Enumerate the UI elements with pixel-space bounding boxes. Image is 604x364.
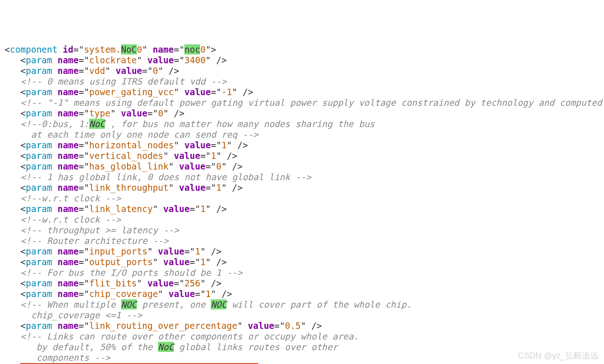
- line-comment: <!--0:bus, 1:NoC , for bus no matter how…: [5, 119, 375, 129]
- highlight-noc: NoC: [89, 119, 105, 129]
- line-param-hnodes: <param name="horizontal_nodes" value="1"…: [5, 140, 248, 150]
- line-comment: <!-- For bus the I/O ports should be 1 -…: [5, 267, 243, 278]
- line-param-flit: <param name="flit_bits" value="256" />: [5, 278, 221, 288]
- line-component-open: <component id="system.NoC0" name="noc0">: [5, 44, 216, 55]
- line-param-lthr: <param name="link_throughput" value="1" …: [5, 182, 243, 193]
- highlight-noc: NOC: [211, 299, 226, 309]
- highlight-noc: NoC: [158, 342, 174, 352]
- highlight-noc: noc: [184, 44, 200, 55]
- line-param-hglink: <param name="has_global_link" value="0" …: [5, 161, 243, 171]
- line-param-llat: <param name="link_latency" value="1" />: [5, 204, 227, 214]
- line-comment: chip_coverage <=1 -->: [5, 310, 142, 320]
- line-comment: <!-- throughput >= latency -->: [5, 225, 179, 235]
- line-comment: at each time only one node can send req …: [5, 129, 258, 140]
- highlight-noc: NOC: [121, 299, 137, 309]
- line-param-iports: <param name="input_ports" value="1" />: [5, 246, 221, 256]
- line-comment: <!-- When multiple NOC present, one NOC …: [5, 299, 412, 309]
- line-comment: <!-- "-1" means using default power gati…: [5, 97, 604, 108]
- line-comment: <!-- Links can route over other componen…: [5, 331, 359, 341]
- line-param-pgvcc: <param name="power_gating_vcc" value="-1…: [5, 87, 253, 97]
- line-comment: <!--w.r.t clock -->: [5, 193, 121, 203]
- line-comment: components -->: [5, 352, 110, 363]
- line-param-ccov: <param name="chip_coverage" value="1" />: [5, 289, 232, 299]
- code-block: <component id="system.NoC0" name="noc0">…: [5, 44, 599, 364]
- line-comment: by default, 50% of the NoC global links …: [5, 342, 338, 352]
- line-param-oports: <param name="output_ports" value="1" />: [5, 257, 227, 267]
- line-param-clockrate: <param name="clockrate" value="3400" />: [5, 55, 227, 65]
- line-param-type: <param name="type" value="0" />: [5, 108, 184, 118]
- line-param-vnodes: <param name="vertical_nodes" value="1" /…: [5, 151, 238, 161]
- line-param-vdd: <param name="vdd" value="0" />: [5, 66, 179, 76]
- line-param-lrop: <param name="link_routing_over_percentag…: [5, 321, 322, 331]
- line-comment: <!-- 0 means using ITRS default vdd -->: [5, 76, 226, 86]
- line-comment: <!--w.r.t clock -->: [5, 214, 121, 224]
- line-comment: <!-- Router architecture -->: [5, 236, 169, 246]
- line-comment: <!-- 1 has global link, 0 does not have …: [5, 172, 311, 182]
- highlight-noc: NoC: [121, 44, 137, 55]
